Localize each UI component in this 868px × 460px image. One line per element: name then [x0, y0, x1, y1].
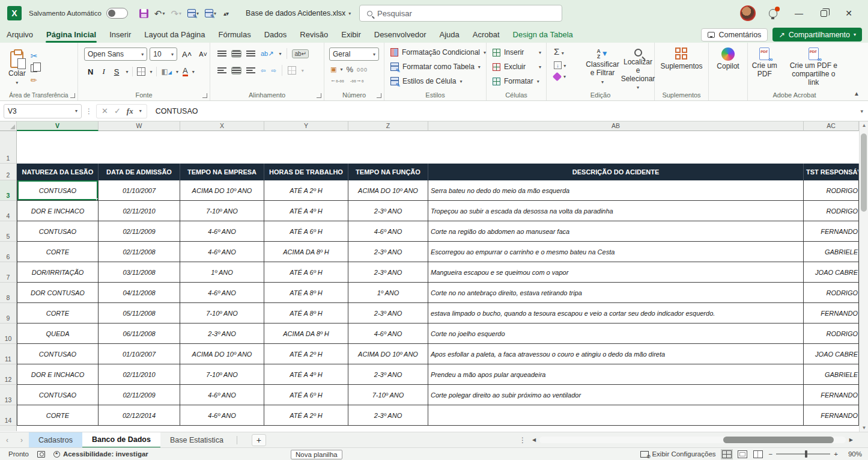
accessibility-status[interactable]: Acessibilidade: investigar	[53, 450, 148, 458]
cell[interactable]: 7-10º ANO	[348, 385, 428, 405]
dialog-launcher-icon[interactable]	[70, 93, 75, 98]
row-number[interactable]: 10	[0, 324, 17, 344]
cell[interactable]: 01/10/2007	[99, 344, 180, 364]
fill-button[interactable]: ↓ ▾	[554, 61, 566, 69]
row-number[interactable]: 9	[0, 303, 17, 324]
page-layout-view-button[interactable]	[738, 450, 747, 458]
scroll-up-icon[interactable]: ▲	[860, 123, 868, 128]
scroll-left-icon[interactable]: ◀	[532, 437, 539, 443]
row-number[interactable]: 2	[0, 164, 17, 180]
cell[interactable]: ACIMA DA 8º H	[264, 324, 348, 344]
row-number[interactable]: 5	[0, 221, 17, 242]
zoom-track[interactable]	[776, 453, 830, 455]
tab-exibir[interactable]: Exibir	[335, 28, 368, 41]
cell[interactable]: 2-3º ANO	[348, 242, 428, 262]
cell[interactable]: RODRIGO	[804, 201, 859, 221]
cell[interactable]: RODRIGO	[804, 324, 859, 344]
autosum-button[interactable]: Σ ▾	[554, 46, 566, 57]
share-button[interactable]: ↗ Compartilhamento ▾	[772, 28, 862, 41]
cell[interactable]: Serra bateu no dedo do meio da mão esque…	[428, 180, 804, 201]
tab-arquivo[interactable]: Arquivo	[0, 28, 40, 41]
increase-indent-button[interactable]: ⇨	[271, 67, 276, 74]
cell[interactable]: ATÉ A 2º H	[264, 344, 348, 364]
cell[interactable]: 1º ANO	[180, 262, 264, 283]
excel-logo-icon[interactable]: X	[7, 6, 22, 20]
cell-v3-selected[interactable]: CONTUSAO ▼	[17, 180, 99, 201]
cell[interactable]: ATÉ A 2º H	[264, 180, 348, 201]
zoom-percentage[interactable]: 90%	[842, 450, 862, 458]
insert-function-button[interactable]: fx	[127, 106, 133, 116]
lightbulb-icon[interactable]	[769, 9, 777, 17]
column-header-z[interactable]: Z	[348, 121, 428, 131]
header-tempo-funcao[interactable]: TEMPO NA FUNÇÃO	[348, 164, 428, 180]
collapse-ribbon-button[interactable]: ▲	[854, 90, 860, 97]
cell[interactable]: JOAO CABRE	[804, 262, 859, 283]
dialog-launcher-icon[interactable]	[202, 93, 207, 98]
cell[interactable]: FERNANDO	[804, 385, 859, 405]
align-center-button[interactable]	[232, 67, 241, 74]
cell[interactable]: 2-3º ANO	[348, 405, 428, 426]
font-color-button[interactable]: A	[183, 67, 188, 76]
cell[interactable]	[428, 405, 804, 426]
column-header-x[interactable]: X	[180, 121, 264, 131]
create-pdf-share-button[interactable]: Crie um PDF e compartilhe o link	[786, 43, 841, 87]
align-right-button[interactable]	[246, 67, 255, 74]
cell[interactable]: ATÉ A 6º H	[264, 262, 348, 283]
decrease-indent-button[interactable]: ⇦	[261, 67, 266, 74]
macro-record-button[interactable]	[37, 451, 45, 458]
align-middle-button[interactable]	[232, 51, 241, 57]
cell[interactable]: estava limpado o bucho, quando a tesoura…	[428, 303, 804, 324]
header-natureza[interactable]: NATUREZA DA LESÃO	[17, 164, 99, 180]
tab-formulas[interactable]: Fórmulas	[212, 28, 258, 41]
orientation-button[interactable]: ab↗	[261, 50, 273, 58]
cell[interactable]: 7-10º ANO	[180, 303, 264, 324]
close-button[interactable]: ✕	[840, 8, 857, 18]
fill-handle[interactable]	[96, 198, 99, 201]
cell[interactable]: DOR E INCHACO	[17, 201, 99, 221]
cell[interactable]: 02/11/2008	[99, 242, 180, 262]
table-tool-button-2[interactable]: ▾	[203, 8, 218, 19]
format-as-table-button[interactable]: Formatar como Tabela ▾	[384, 60, 486, 74]
conditional-formatting-button[interactable]: Formatação Condicional ▾	[384, 45, 486, 60]
sheet-nav-left-icon[interactable]: ‹	[0, 436, 14, 444]
tab-dados[interactable]: Dados	[258, 28, 294, 41]
cell[interactable]: 02/12/2014	[99, 405, 180, 426]
sheet-tab-base-estatistica[interactable]: Base Estatistica	[160, 432, 233, 448]
cell[interactable]: FERNANDO	[804, 405, 859, 426]
search-input[interactable]: Pesquisar	[359, 5, 562, 22]
cell[interactable]: 2-3º ANO	[180, 324, 264, 344]
cell[interactable]: 4-6º ANO	[180, 242, 264, 262]
cell[interactable]: ATÉ A 6º H	[264, 221, 348, 242]
header-descricao[interactable]: DESCRIÇÃO DO ACIDENTE	[428, 164, 804, 180]
cell[interactable]: 4-6º ANO	[348, 324, 428, 344]
align-bottom-button[interactable]	[246, 51, 255, 57]
cell[interactable]: CORTE	[17, 242, 99, 262]
redo-button[interactable]: ↷▾	[169, 8, 183, 19]
increase-decimal-button[interactable]: ←₀.₀₀	[330, 77, 344, 83]
minimize-button[interactable]: —	[791, 8, 807, 18]
row-number[interactable]: 12	[0, 364, 17, 385]
cell[interactable]: ATÉ A 4º H	[264, 364, 348, 385]
cell[interactable]: 4-6º ANO	[180, 283, 264, 303]
horizontal-scrollbar[interactable]: ◀ ▶	[532, 435, 853, 444]
header-tst[interactable]: TST RESPONSÁVEL	[804, 164, 859, 180]
row-number[interactable]: 4	[0, 201, 17, 221]
select-all-corner[interactable]	[0, 121, 17, 131]
view-settings-button[interactable]: Exibir Configurações	[640, 450, 715, 458]
row-number[interactable]: 8	[0, 283, 17, 303]
wrap-text-button[interactable]: ab↵	[293, 50, 308, 58]
qat-overflow-button[interactable]: ▴▾	[220, 9, 230, 18]
font-family-select[interactable]: Open Sans ▾	[84, 48, 147, 61]
row-number[interactable]: 7	[0, 262, 17, 283]
cell[interactable]: DOR CONTUSAO	[17, 283, 99, 303]
decrease-decimal-button[interactable]: .₀₀→₀	[350, 77, 364, 83]
cell[interactable]: RODRIGO	[804, 283, 859, 303]
cell[interactable]: ACIMA DO 10º ANO	[348, 180, 428, 201]
paste-button[interactable]: Colar ▾	[8, 46, 26, 85]
decrease-font-button[interactable]: A˅	[196, 50, 210, 58]
row-number[interactable]: 1	[0, 131, 17, 164]
cell[interactable]: Mangueira escapou e se queimou com o vap…	[428, 262, 804, 283]
horizontal-scroll-thumb[interactable]	[723, 437, 834, 443]
cell[interactable]: 7-10º ANO	[180, 364, 264, 385]
cell[interactable]: ACIMA DO 10º ANO	[348, 344, 428, 364]
